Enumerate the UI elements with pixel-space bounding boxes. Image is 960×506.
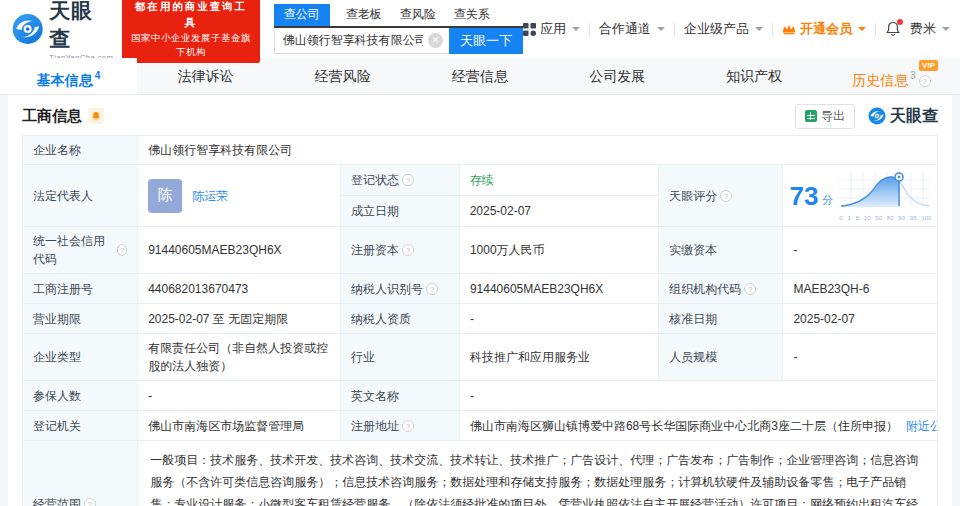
tab-operation-info[interactable]: 经营信息 — [411, 58, 548, 94]
slogan-line2: 国家中小企业发展子基金旗下机构 — [129, 31, 253, 60]
nearby-companies-link[interactable]: 附近公司 — [906, 417, 937, 435]
field-value-taxpayer-id: 91440605MAEB23QH6X — [460, 274, 659, 303]
table-row: 经营范围 一般项目：技术服务、技术开发、技术咨询、技术交流、技术转让、技术推广；… — [23, 441, 937, 506]
tab-operation-risk[interactable]: 经营风险 — [274, 58, 411, 94]
chevron-down-icon — [572, 27, 580, 31]
table-row: 企业类型 有限责任公司（非自然人投资或控股的法人独资） 行业 科技推广和应用服务… — [23, 334, 937, 381]
field-value-company-type: 有限责任公司（非自然人投资或控股的法人独资） — [138, 334, 341, 380]
tab-company-development[interactable]: 公司发展 — [549, 58, 686, 94]
search-input[interactable] — [274, 28, 449, 54]
business-info-card: 工商信息 导出 天眼查 — [8, 95, 952, 506]
table-row: 统一社会信用代码 91440605MAEB23QH6X 注册资本 1000万人民… — [23, 227, 937, 274]
field-label-legal-rep: 法定代表人 — [23, 165, 138, 226]
tab-history-info[interactable]: VIP 历史信息3 — [823, 58, 960, 94]
field-value-term: 2025-02-07 至 无固定期限 — [138, 304, 341, 333]
tab-intellectual-property[interactable]: 知识产权 — [686, 58, 823, 94]
divider — [674, 23, 675, 36]
field-label-authority: 登记机关 — [23, 411, 138, 440]
help-icon[interactable] — [402, 244, 414, 256]
field-label-address: 注册地址 — [341, 411, 460, 440]
tianyancha-swirl-icon — [867, 106, 887, 126]
help-icon[interactable] — [84, 498, 96, 506]
field-value-business-scope: 一般项目：技术服务、技术开发、技术咨询、技术交流、技术转让、技术推广；广告设计、… — [138, 441, 937, 506]
field-label-insured: 参保人数 — [23, 381, 138, 410]
nav-open-vip[interactable]: 开通会员 — [782, 20, 866, 38]
field-label-paid-capital: 实缴资本 — [659, 227, 783, 273]
search-tab-company[interactable]: 查公司 — [274, 4, 330, 26]
nav-partner-channel[interactable]: 合作通道 — [599, 20, 665, 38]
divider — [875, 23, 876, 36]
chevron-down-icon — [858, 27, 866, 31]
search-tab-relation[interactable]: 查关系 — [452, 4, 492, 26]
help-icon[interactable] — [720, 190, 732, 202]
field-label-reg-capital: 注册资本 — [341, 227, 460, 273]
score-distribution-chart: 01 510 5080 9095 100 — [839, 170, 931, 221]
field-label-establish-date: 成立日期 — [341, 196, 460, 226]
export-button[interactable]: 导出 — [795, 104, 855, 129]
crown-icon — [782, 23, 796, 35]
score-value: 73 — [789, 183, 818, 209]
tab-basic-info[interactable]: 基本信息4 — [0, 58, 137, 94]
nav-user[interactable]: 费米 — [910, 20, 950, 38]
table-row: 参保人数 - 英文名称 - — [23, 381, 937, 411]
tianyancha-swirl-icon — [10, 11, 45, 47]
field-value-address: 佛山市南海区狮山镇博爱中路68号长华国际商业中心北商3座二十层（住所申报） 附近… — [460, 411, 937, 440]
field-label-staff-size: 人员规模 — [659, 334, 783, 380]
field-value-reg-capital: 1000万人民币 — [460, 227, 659, 273]
help-icon[interactable] — [402, 420, 414, 432]
tianyancha-logo[interactable]: 天眼查 TianYanCha.com — [10, 0, 114, 62]
field-label-org-code: 组织机构代码 — [659, 274, 783, 303]
apps-grid-icon — [523, 23, 536, 36]
section-title: 工商信息 — [22, 107, 82, 126]
clear-icon[interactable] — [428, 33, 443, 48]
field-label-tyc-score: 天眼评分 — [659, 165, 783, 226]
nav-apps[interactable]: 应用 — [523, 20, 580, 38]
field-label-company-name: 企业名称 — [23, 136, 138, 164]
field-value-english-name: - — [460, 381, 937, 410]
table-row: 企业名称 佛山领行智享科技有限公司 — [23, 136, 937, 165]
top-header: 天眼查 TianYanCha.com 都在用的商业查询工具 国家中小企业发展子基… — [0, 0, 960, 58]
help-icon[interactable] — [744, 283, 756, 295]
field-value-approve-date: 2025-02-07 — [783, 304, 937, 333]
field-value-legal-rep: 陈 陈运荣 — [138, 165, 341, 226]
subscribe-bell-icon[interactable] — [88, 108, 104, 124]
field-label-industry: 行业 — [341, 334, 460, 380]
field-value-reg-no: 440682013670473 — [138, 274, 341, 303]
field-label-reg-no: 工商注册号 — [23, 274, 138, 303]
tab-legal-litigation[interactable]: 法律诉讼 — [137, 58, 274, 94]
field-value-uscc: 91440605MAEB23QH6X — [138, 227, 341, 273]
score-chart-axis: 01 510 5080 9095 100 — [839, 215, 931, 221]
field-value-insured: - — [138, 381, 341, 410]
nav-enterprise-products[interactable]: 企业级产品 — [684, 20, 763, 38]
watermark-logo: 天眼查 — [867, 106, 938, 127]
search-tab-risk[interactable]: 查风险 — [398, 4, 438, 26]
field-value-industry: 科技推广和应用服务业 — [460, 334, 659, 380]
field-value-staff-size: - — [783, 334, 937, 380]
vip-badge: VIP — [919, 60, 938, 71]
notification-bell-icon[interactable] — [885, 21, 901, 37]
help-icon[interactable] — [919, 75, 931, 87]
field-label-company-type: 企业类型 — [23, 334, 138, 380]
table-row: 法定代表人 陈 陈运荣 登记状态 存续 成立日期 2025-02-07 天眼评分 — [23, 165, 937, 227]
registration-info-table: 企业名称 佛山领行智享科技有限公司 法定代表人 陈 陈运荣 登记状态 存续 成立… — [22, 135, 938, 506]
help-icon[interactable] — [402, 174, 414, 186]
legal-rep-link[interactable]: 陈运荣 — [192, 187, 228, 205]
help-icon[interactable] — [426, 283, 438, 295]
field-value-org-code: MAEB23QH-6 — [783, 274, 937, 303]
logo-text: 天眼查 — [49, 0, 114, 53]
field-value-establish-date: 2025-02-07 — [460, 196, 658, 226]
field-label-reg-status: 登记状态 — [341, 165, 460, 195]
chevron-down-icon — [755, 27, 763, 31]
field-value-reg-status: 存续 — [460, 165, 658, 195]
help-icon[interactable] — [117, 244, 127, 256]
field-value-company-name: 佛山领行智享科技有限公司 — [138, 136, 937, 164]
field-value-authority: 佛山市南海区市场监督管理局 — [138, 411, 341, 440]
field-label-uscc: 统一社会信用代码 — [23, 227, 138, 273]
field-label-taxpayer-quality: 纳税人资质 — [341, 304, 460, 333]
legal-rep-avatar[interactable]: 陈 — [148, 179, 182, 213]
search-module: 查公司 查老板 查风险 查关系 天眼一下 — [274, 4, 523, 54]
search-tab-boss[interactable]: 查老板 — [344, 4, 384, 26]
chevron-down-icon — [657, 27, 665, 31]
score-marker-pin — [895, 173, 903, 181]
search-button[interactable]: 天眼一下 — [449, 28, 523, 54]
